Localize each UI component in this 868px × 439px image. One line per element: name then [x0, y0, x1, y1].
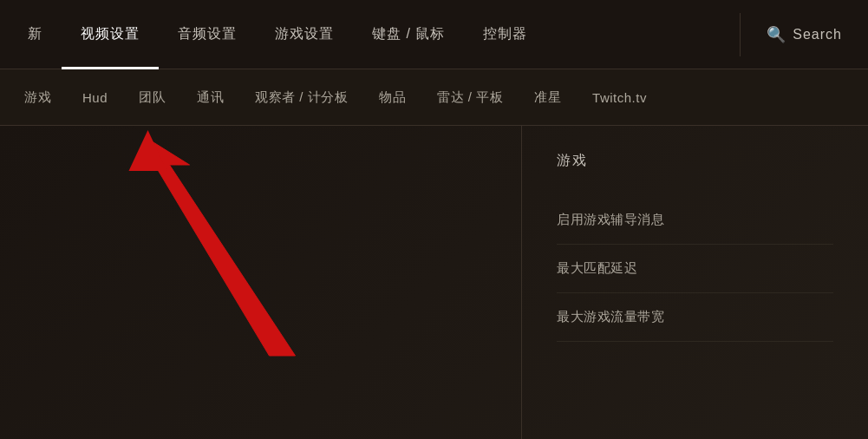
subnav-item-items[interactable]: 物品	[363, 69, 421, 126]
search-icon: 🔍	[767, 25, 786, 44]
subnav-item-observer[interactable]: 观察者 / 计分板	[239, 69, 363, 126]
section-title: 游戏	[557, 152, 833, 170]
subnav-item-game[interactable]: 游戏	[9, 69, 67, 126]
nav-divider	[740, 13, 741, 56]
subnav-item-comms[interactable]: 通讯	[181, 69, 239, 126]
top-nav-items: 新 视频设置 音频设置 游戏设置 键盘 / 鼠标 控制器	[9, 0, 731, 69]
nav-item-new[interactable]: 新	[9, 0, 62, 69]
setting-game-guide[interactable]: 启用游戏辅导消息	[557, 196, 833, 245]
nav-item-controller[interactable]: 控制器	[464, 0, 546, 69]
arrow-annotation	[0, 126, 521, 439]
subnav-item-hud[interactable]: Hud	[67, 69, 123, 126]
subnav-item-team[interactable]: 团队	[123, 69, 181, 126]
setting-max-bandwidth[interactable]: 最大游戏流量带宽	[557, 293, 833, 342]
nav-item-video-settings[interactable]: 视频设置	[62, 0, 159, 69]
search-area[interactable]: 🔍 Search	[749, 25, 859, 44]
nav-item-game-settings[interactable]: 游戏设置	[256, 0, 353, 69]
nav-item-keyboard-mouse[interactable]: 键盘 / 鼠标	[353, 0, 464, 69]
sub-navigation: 游戏 Hud 团队 通讯 观察者 / 计分板 物品 雷达 / 平板 准星 Twi…	[0, 69, 868, 126]
top-navigation: 新 视频设置 音频设置 游戏设置 键盘 / 鼠标 控制器 🔍 Search	[0, 0, 868, 69]
content-left	[0, 126, 521, 439]
subnav-item-radar[interactable]: 雷达 / 平板	[421, 69, 519, 126]
subnav-item-twitch[interactable]: Twitch.tv	[577, 69, 662, 126]
main-content: 游戏 启用游戏辅导消息 最大匹配延迟 最大游戏流量带宽	[0, 126, 868, 439]
search-label: Search	[793, 27, 842, 43]
setting-max-latency[interactable]: 最大匹配延迟	[557, 245, 833, 293]
content-right: 游戏 启用游戏辅导消息 最大匹配延迟 最大游戏流量带宽	[521, 126, 868, 439]
subnav-item-crosshair[interactable]: 准星	[519, 69, 577, 126]
svg-marker-1	[135, 139, 296, 356]
nav-item-audio-settings[interactable]: 音频设置	[159, 0, 256, 69]
